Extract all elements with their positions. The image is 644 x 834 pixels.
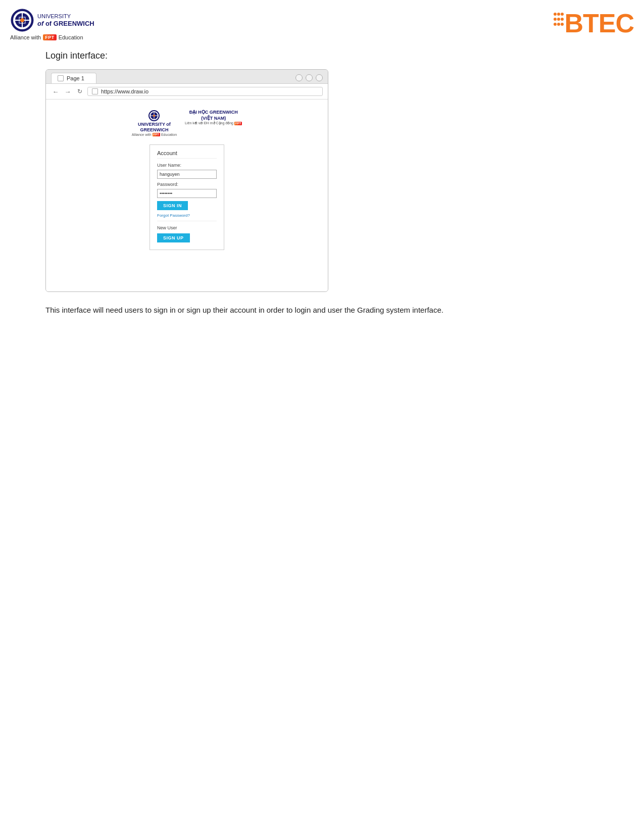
maximize-button[interactable] xyxy=(306,74,313,81)
svg-point-9 xyxy=(561,13,564,16)
browser-tab[interactable]: Page 1 xyxy=(51,73,96,83)
password-input[interactable] xyxy=(157,189,217,198)
university-of-label: UNIVERSITY xyxy=(37,13,94,20)
svg-point-21 xyxy=(153,115,155,117)
inner-crest-icon xyxy=(148,110,160,122)
uni-name-text: UNIVERSITY of of GREENWICH xyxy=(37,13,94,28)
back-button[interactable]: ← xyxy=(51,87,60,96)
address-bar[interactable]: https://www.draw.io xyxy=(87,87,323,96)
university-branding: UNIVERSITY of of GREENWICH Alliance with… xyxy=(10,8,94,40)
inner-fpt2-badge: FPT xyxy=(234,122,242,125)
browser-tab-bar: Page 1 xyxy=(46,70,328,84)
inner-fpt-badge: FPT xyxy=(153,133,160,136)
form-title: Account xyxy=(157,150,217,159)
inner-vn-logo: ĐẠI HỌC GREENWICH (VIỆT NAM) Liên kết vớ… xyxy=(185,110,242,125)
browser-window-controls xyxy=(295,74,323,83)
greenwich-label: of of GREENWICH xyxy=(37,20,94,28)
new-user-label: New User xyxy=(157,225,217,230)
svg-point-12 xyxy=(561,18,564,21)
svg-point-15 xyxy=(561,23,564,26)
uni-crest-icon xyxy=(10,8,34,32)
description-text: This interface will need users to sign i… xyxy=(45,304,450,316)
fpt-badge: FPT xyxy=(43,34,57,40)
inner-header: UNIVERSITY of GREENWICH Alliance with FP… xyxy=(51,110,323,136)
svg-point-13 xyxy=(554,23,557,26)
tab-label: Page 1 xyxy=(67,75,84,81)
svg-point-5 xyxy=(20,18,24,22)
forgot-password-link[interactable]: Forgot Password? xyxy=(157,213,217,221)
address-favicon-icon xyxy=(92,88,98,94)
username-label: User Name: xyxy=(157,163,217,168)
alliance-prefix: Alliance with xyxy=(10,34,41,40)
inner-vn-title: ĐẠI HỌC GREENWICH (VIỆT NAM) xyxy=(189,110,238,121)
btec-text: BTEC xyxy=(564,8,634,38)
uni-logo: UNIVERSITY of of GREENWICH xyxy=(10,8,94,32)
svg-point-10 xyxy=(554,18,557,21)
svg-point-7 xyxy=(554,13,557,16)
forward-button[interactable]: → xyxy=(63,87,72,96)
page-header: UNIVERSITY of of GREENWICH Alliance with… xyxy=(0,0,644,45)
browser-content: UNIVERSITY of GREENWICH Alliance with FP… xyxy=(46,100,328,291)
btec-logo-wrapper: BTEC xyxy=(553,8,634,38)
minimize-button[interactable] xyxy=(295,74,303,81)
sign-in-button[interactable]: SIGN IN xyxy=(157,201,188,210)
inner-uni-logo: UNIVERSITY of GREENWICH Alliance with FP… xyxy=(132,110,177,136)
page-title: Login interface: xyxy=(0,45,644,69)
browser-mockup: Page 1 ← → ↻ https://www.draw.io xyxy=(45,69,328,292)
close-button[interactable] xyxy=(316,74,323,81)
browser-toolbar: ← → ↻ https://www.draw.io xyxy=(46,84,328,100)
username-input[interactable] xyxy=(157,170,217,179)
svg-point-8 xyxy=(557,13,560,16)
inner-vn-subtitle: Liên kết với ĐH mở Cộng đồng FPT xyxy=(185,121,242,125)
password-label: Password: xyxy=(157,182,217,187)
alliance-text: Alliance with FPT Education xyxy=(10,34,83,40)
login-form: Account User Name: Password: SIGN IN For… xyxy=(150,144,224,250)
url-text: https://www.draw.io xyxy=(101,88,148,94)
sign-up-button[interactable]: SIGN UP xyxy=(157,233,190,242)
svg-point-14 xyxy=(557,23,560,26)
svg-point-11 xyxy=(557,18,560,21)
btec-dots-icon xyxy=(553,10,564,40)
tab-favicon-icon xyxy=(58,75,64,81)
inner-uni-name: UNIVERSITY of GREENWICH xyxy=(138,122,171,133)
education-label: Education xyxy=(59,34,83,40)
refresh-button[interactable]: ↻ xyxy=(75,87,84,96)
inner-alliance-text: Alliance with FPT Education xyxy=(132,133,177,136)
